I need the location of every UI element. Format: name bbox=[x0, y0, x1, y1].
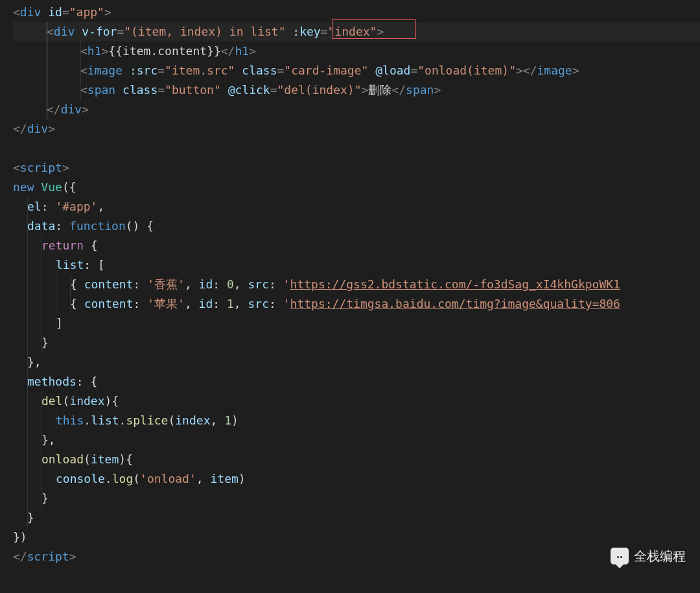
code-line[interactable]: <span class="button" @click="del(index)"… bbox=[13, 80, 700, 100]
code-line[interactable]: { content: '香蕉', id: 0, src: 'https://gs… bbox=[13, 275, 700, 294]
code-line[interactable]: } bbox=[13, 489, 700, 508]
code-line[interactable]: </div> bbox=[13, 100, 700, 119]
code-line[interactable]: { content: '苹果', id: 1, src: 'https://ti… bbox=[13, 294, 700, 314]
code-line[interactable]: }, bbox=[13, 430, 700, 450]
code-line[interactable]: del(index){ bbox=[13, 391, 700, 411]
code-line[interactable]: el: '#app', bbox=[13, 197, 700, 216]
code-line[interactable] bbox=[13, 139, 700, 158]
wechat-icon bbox=[611, 548, 629, 564]
code-line[interactable]: onload(item){ bbox=[13, 450, 700, 469]
code-line[interactable]: }) bbox=[13, 528, 700, 547]
code-editor[interactable]: <div id="app"><div v-for="(item, index) … bbox=[0, 0, 700, 566]
code-line[interactable]: } bbox=[13, 333, 700, 353]
code-line[interactable]: } bbox=[13, 508, 700, 528]
code-line[interactable]: ] bbox=[13, 314, 700, 333]
code-line[interactable]: data: function() { bbox=[13, 216, 700, 236]
code-line[interactable]: methods: { bbox=[13, 372, 700, 391]
code-line[interactable]: <script> bbox=[13, 158, 700, 178]
code-line[interactable]: </div> bbox=[13, 119, 700, 139]
code-line[interactable]: <image :src="item.src" class="card-image… bbox=[13, 61, 700, 80]
code-line[interactable]: <div v-for="(item, index) in list" :key=… bbox=[13, 22, 700, 41]
code-line[interactable]: }, bbox=[13, 353, 700, 372]
code-line[interactable]: <h1>{{item.content}}</h1> bbox=[13, 41, 700, 61]
code-line[interactable]: <div id="app"> bbox=[13, 3, 700, 22]
code-line[interactable]: return { bbox=[13, 236, 700, 255]
code-line[interactable]: new Vue({ bbox=[13, 178, 700, 197]
watermark-text: 全栈编程 bbox=[634, 546, 686, 566]
code-line[interactable]: console.log('onload', item) bbox=[13, 469, 700, 489]
watermark: 全栈编程 bbox=[611, 546, 686, 566]
code-line[interactable]: </script> bbox=[13, 547, 700, 566]
code-line[interactable]: list: [ bbox=[13, 255, 700, 275]
code-line[interactable]: this.list.splice(index, 1) bbox=[13, 411, 700, 430]
